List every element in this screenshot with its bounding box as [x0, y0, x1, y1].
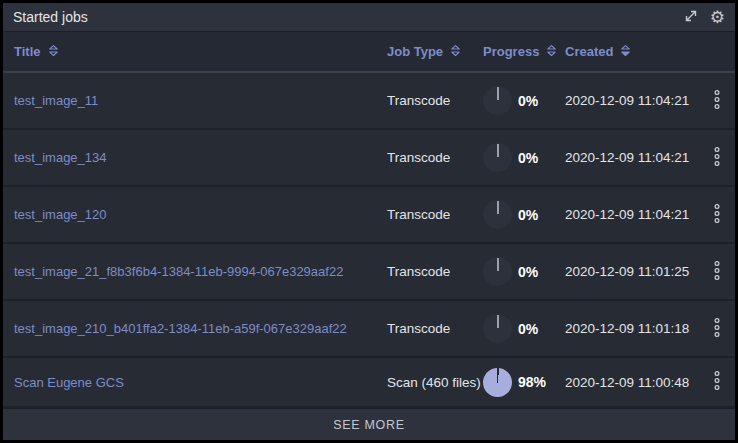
- kebab-icon: [713, 370, 721, 394]
- panel-titlebar: Started jobs ⚙︎: [3, 3, 735, 32]
- job-title-link[interactable]: test_image_210_b401ffa2-1384-11eb-a59f-0…: [14, 321, 387, 336]
- table-row: test_image_120 Transcode 0% 2020-12-09 1…: [3, 187, 735, 244]
- progress-pie-icon: [483, 314, 512, 343]
- job-title-link[interactable]: test_image_134: [14, 150, 387, 165]
- created-cell: 2020-12-09 11:01:18: [565, 321, 699, 336]
- progress-pie-icon: [483, 368, 512, 397]
- settings-button[interactable]: ⚙︎: [710, 9, 725, 26]
- job-title-link[interactable]: Scan Eugene GCS: [14, 375, 387, 390]
- job-type-cell: Transcode: [387, 264, 483, 279]
- sort-icon: [47, 44, 60, 60]
- column-header-progress[interactable]: Progress: [483, 44, 565, 60]
- expand-icon: [683, 8, 699, 27]
- row-menu-wrap: [699, 89, 735, 113]
- row-menu-button[interactable]: [713, 370, 721, 394]
- table-body: test_image_11 Transcode 0% 2020-12-09 11…: [3, 73, 735, 408]
- progress-cell: 0%: [483, 143, 565, 172]
- job-type-cell: Transcode: [387, 321, 483, 336]
- table-header-row: TitleJob TypeProgressCreated: [3, 32, 735, 73]
- table-row: Scan Eugene GCS Scan (460 files) 98% 202…: [3, 358, 735, 408]
- kebab-icon: [713, 89, 721, 113]
- progress-percent: 0%: [518, 264, 538, 280]
- pie-zero-tick: [497, 258, 499, 271]
- see-more-button[interactable]: SEE MORE: [3, 408, 735, 440]
- created-cell: 2020-12-09 11:00:48: [565, 375, 699, 390]
- progress-percent: 0%: [518, 321, 538, 337]
- started-jobs-panel: Started jobs ⚙︎ TitleJob TypeProgressCre…: [0, 0, 738, 443]
- job-type-cell: Transcode: [387, 93, 483, 108]
- column-header-job_type[interactable]: Job Type: [387, 44, 483, 60]
- row-menu-button[interactable]: [713, 203, 721, 227]
- row-menu-wrap: [699, 203, 735, 227]
- column-header-label: Progress: [483, 44, 539, 59]
- progress-pie-icon: [483, 86, 512, 115]
- column-header-label: Created: [565, 44, 613, 59]
- panel-title: Started jobs: [13, 9, 88, 25]
- column-header-created[interactable]: Created: [565, 44, 699, 60]
- row-menu-button[interactable]: [713, 146, 721, 170]
- panel-actions: ⚙︎: [683, 8, 725, 27]
- progress-cell: 0%: [483, 257, 565, 286]
- expand-button[interactable]: [683, 8, 699, 27]
- progress-cell: 98%: [483, 368, 565, 397]
- table-row: test_image_21_f8b3f6b4-1384-11eb-9994-06…: [3, 244, 735, 301]
- progress-pie-icon: [483, 257, 512, 286]
- job-type-cell: Transcode: [387, 207, 483, 222]
- job-title-link[interactable]: test_image_120: [14, 207, 387, 222]
- sort-icon: [449, 44, 462, 60]
- pie-zero-tick: [497, 144, 499, 157]
- pie-zero-tick: [497, 201, 499, 214]
- kebab-icon: [713, 317, 721, 341]
- pie-zero-tick: [497, 315, 499, 328]
- progress-percent: 0%: [518, 207, 538, 223]
- column-header-title[interactable]: Title: [14, 44, 387, 60]
- job-title-link[interactable]: test_image_11: [14, 93, 387, 108]
- job-type-cell: Transcode: [387, 150, 483, 165]
- row-menu-button[interactable]: [713, 260, 721, 284]
- sort-icon: [619, 44, 632, 60]
- table-row: test_image_210_b401ffa2-1384-11eb-a59f-0…: [3, 301, 735, 358]
- progress-cell: 0%: [483, 314, 565, 343]
- created-cell: 2020-12-09 11:04:21: [565, 150, 699, 165]
- table-row: test_image_134 Transcode 0% 2020-12-09 1…: [3, 130, 735, 187]
- column-header-label: Job Type: [387, 44, 443, 59]
- row-menu-button[interactable]: [713, 89, 721, 113]
- sort-icon: [545, 44, 558, 60]
- column-header-label: Title: [14, 44, 41, 59]
- row-menu-button[interactable]: [713, 317, 721, 341]
- progress-cell: 0%: [483, 86, 565, 115]
- row-menu-wrap: [699, 370, 735, 394]
- row-menu-wrap: [699, 146, 735, 170]
- row-menu-wrap: [699, 317, 735, 341]
- progress-pie-icon: [483, 200, 512, 229]
- job-type-cell: Scan (460 files): [387, 375, 483, 390]
- progress-pie-icon: [483, 143, 512, 172]
- table-row: test_image_11 Transcode 0% 2020-12-09 11…: [3, 73, 735, 130]
- kebab-icon: [713, 260, 721, 284]
- progress-percent: 0%: [518, 93, 538, 109]
- progress-percent: 0%: [518, 150, 538, 166]
- created-cell: 2020-12-09 11:01:25: [565, 264, 699, 279]
- kebab-icon: [713, 203, 721, 227]
- job-title-link[interactable]: test_image_21_f8b3f6b4-1384-11eb-9994-06…: [14, 264, 387, 279]
- row-menu-wrap: [699, 260, 735, 284]
- progress-percent: 98%: [518, 374, 546, 390]
- progress-cell: 0%: [483, 200, 565, 229]
- kebab-icon: [713, 146, 721, 170]
- pie-zero-tick: [497, 87, 499, 100]
- gear-icon: ⚙︎: [710, 9, 725, 26]
- created-cell: 2020-12-09 11:04:21: [565, 93, 699, 108]
- created-cell: 2020-12-09 11:04:21: [565, 207, 699, 222]
